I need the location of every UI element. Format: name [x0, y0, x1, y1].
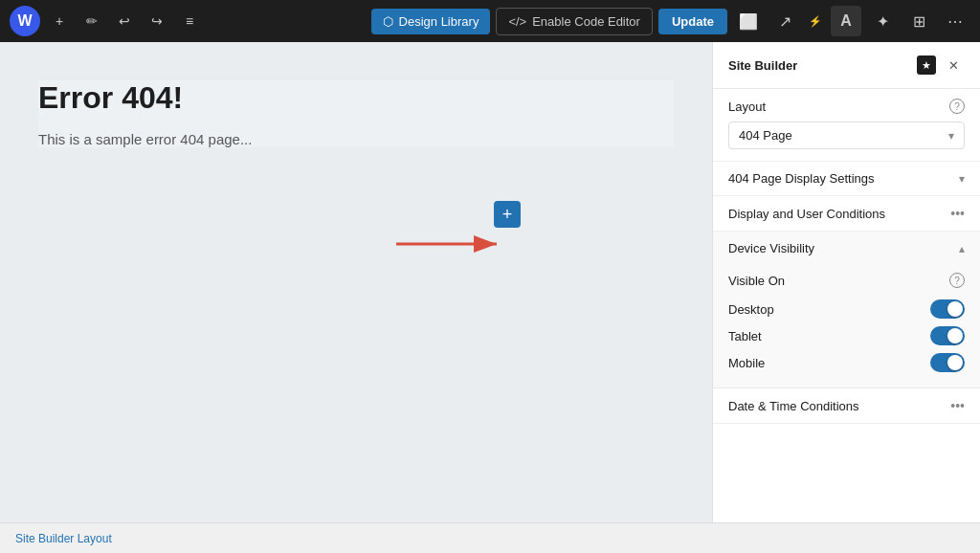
toolbar: W + ✏ ↩ ↪ ≡ ⬡ Design Library </> Enable … [0, 0, 980, 42]
display-conditions-dots-icon: ••• [950, 206, 965, 221]
visible-on-label: Visible On [728, 274, 785, 288]
layout-label-row: Layout ? [728, 99, 965, 114]
more-dots-icon: ⋯ [947, 12, 963, 31]
spark-icon[interactable]: ⚡ [806, 11, 825, 31]
visible-on-help-icon[interactable]: ? [949, 273, 965, 288]
add-button[interactable]: + [46, 8, 73, 34]
external-link-button[interactable]: ↗ [769, 6, 800, 36]
user-avatar-icon: A [840, 12, 852, 30]
visible-on-row: Visible On ? [728, 273, 965, 288]
desktop-label: Desktop [728, 302, 774, 317]
device-visibility-body: Visible On ? Desktop Tablet Mobile [713, 265, 980, 387]
user-icon-button[interactable]: A [831, 6, 861, 36]
layout-chevron-icon: ▾ [948, 129, 954, 143]
wp-logo-icon[interactable]: W [10, 6, 40, 36]
main-area: Error 404! This is a sample error 404 pa… [0, 42, 980, 522]
design-library-icon: ⬡ [383, 14, 393, 29]
date-time-conditions-row[interactable]: Date & Time Conditions ••• [713, 388, 980, 424]
enable-code-editor-button[interactable]: </> Enable Code Editor [496, 8, 653, 35]
desktop-row: Desktop [728, 296, 965, 322]
layout-section: Layout ? 404 Page ▾ [713, 89, 980, 162]
error-title: Error 404! [38, 80, 674, 116]
more-options-button[interactable]: ⋯ [940, 6, 970, 36]
arrow-svg [396, 225, 511, 263]
sidebar: Site Builder ★ ✕ Layout ? 404 Page ▾ [712, 42, 980, 522]
device-visibility-label: Device Visibility [728, 241, 814, 255]
page-display-chevron-icon: ▾ [959, 172, 965, 186]
magic-button[interactable]: ✦ [867, 6, 898, 36]
tablet-row: Tablet [728, 322, 965, 349]
toolbar-right: Update ⬜ ↗ ⚡ A ✦ ⊞ ⋯ [658, 6, 970, 36]
display-user-conditions-row[interactable]: Display and User Conditions ••• [713, 196, 980, 232]
undo-button[interactable]: ↩ [111, 8, 138, 34]
update-button[interactable]: Update [658, 9, 727, 34]
sidebar-header: Site Builder ★ ✕ [713, 42, 980, 89]
code-icon: </> [508, 14, 526, 29]
date-time-dots-icon: ••• [950, 398, 965, 413]
desktop-icon: ⬜ [739, 12, 758, 31]
list-button[interactable]: ≡ [176, 8, 203, 34]
device-visibility-chevron-icon: ▴ [959, 242, 965, 255]
layout-label: Layout [728, 100, 766, 114]
page-display-settings-row[interactable]: 404 Page Display Settings ▾ [713, 162, 980, 196]
design-library-button[interactable]: ⬡ Design Library [371, 9, 491, 34]
close-sidebar-button[interactable]: ✕ [942, 54, 965, 77]
tablet-toggle[interactable] [930, 326, 965, 345]
add-element-button[interactable]: + [494, 201, 521, 228]
mobile-row: Mobile [728, 349, 965, 376]
redo-button[interactable]: ↪ [144, 8, 170, 34]
device-visibility-section: Device Visibility ▴ Visible On ? Desktop… [713, 232, 980, 388]
panels-icon: ⊞ [913, 12, 925, 31]
bottom-bar: Site Builder Layout [0, 522, 980, 553]
pencil-button[interactable]: ✏ [78, 8, 105, 34]
mobile-toggle[interactable] [930, 353, 965, 372]
desktop-view-button[interactable]: ⬜ [733, 6, 764, 36]
page-display-settings-label: 404 Page Display Settings [728, 171, 874, 186]
magic-icon: ✦ [877, 12, 889, 31]
canvas-content: Error 404! This is a sample error 404 pa… [38, 80, 674, 147]
arrow-indicator [396, 225, 511, 263]
tablet-label: Tablet [728, 329, 762, 343]
bookmark-star-button[interactable]: ★ [917, 55, 936, 75]
mobile-label: Mobile [728, 356, 765, 370]
external-link-icon: ↗ [779, 12, 791, 31]
date-time-conditions-label: Date & Time Conditions [728, 399, 859, 413]
canvas: Error 404! This is a sample error 404 pa… [0, 42, 712, 522]
error-subtitle: This is a sample error 404 page... [38, 131, 674, 147]
desktop-toggle[interactable] [930, 299, 965, 319]
sidebar-header-actions: ★ ✕ [917, 54, 965, 77]
layout-help-icon[interactable]: ? [949, 99, 965, 114]
device-visibility-header[interactable]: Device Visibility ▴ [713, 232, 980, 265]
panels-button[interactable]: ⊞ [903, 6, 934, 36]
sidebar-title: Site Builder [728, 58, 797, 73]
display-user-conditions-label: Display and User Conditions [728, 207, 885, 221]
site-builder-layout-link[interactable]: Site Builder Layout [15, 532, 112, 545]
layout-select[interactable]: 404 Page ▾ [728, 122, 965, 149]
